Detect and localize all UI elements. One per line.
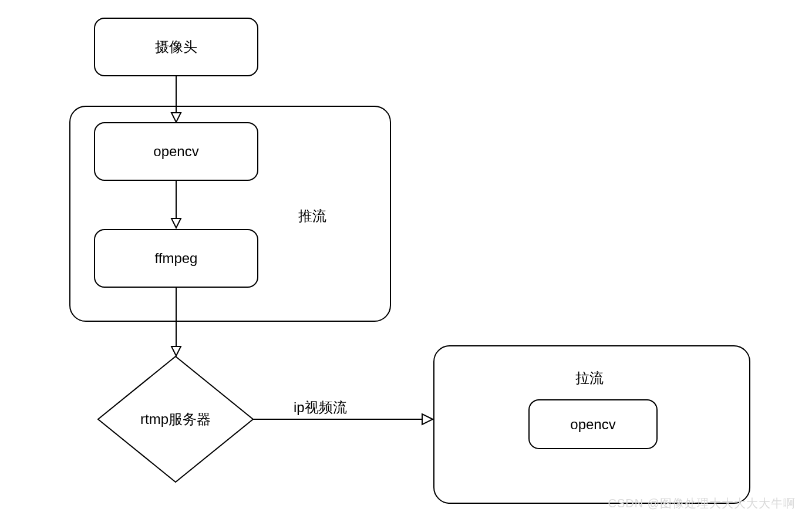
node-rtmp: rtmp服务器 — [97, 355, 254, 483]
edge-label-ipstream: ip视频流 — [294, 398, 347, 417]
svg-marker-6 — [171, 346, 181, 356]
svg-marker-8 — [422, 414, 433, 425]
arrow-push-to-rtmp — [170, 288, 182, 357]
node-opencv2: opencv — [528, 399, 658, 449]
watermark-text: CSDN @图像处理大大大大大牛啊 — [608, 496, 796, 511]
svg-marker-4 — [171, 218, 181, 228]
node-camera-label: 摄像头 — [155, 38, 197, 56]
diagram-canvas: 摄像头 推流 opencv ffmpeg rtmp服务器 拉流 opencv — [0, 0, 812, 522]
node-opencv-label: opencv — [153, 143, 198, 160]
svg-marker-2 — [171, 113, 181, 122]
node-opencv2-label: opencv — [570, 416, 615, 433]
node-rtmp-label: rtmp服务器 — [140, 410, 211, 429]
node-camera: 摄像头 — [94, 18, 258, 76]
node-ffmpeg: ffmpeg — [94, 229, 258, 288]
node-ffmpeg-label: ffmpeg — [155, 250, 198, 267]
node-opencv: opencv — [94, 122, 258, 181]
container-pull-label: 拉流 — [575, 369, 604, 388]
arrow-camera-to-push — [170, 76, 182, 123]
arrow-opencv-to-ffmpeg — [170, 181, 182, 229]
container-push-label: 推流 — [298, 207, 326, 225]
